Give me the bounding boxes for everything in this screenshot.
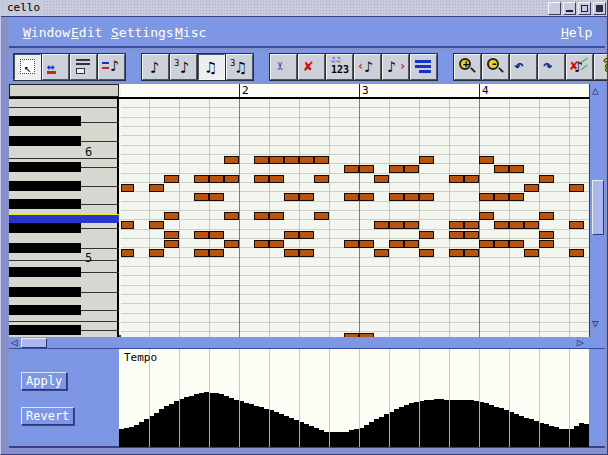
step-record-tool-button[interactable]: ♪ — [98, 54, 125, 80]
note[interactable] — [344, 165, 359, 173]
note[interactable] — [464, 249, 479, 257]
note[interactable] — [149, 249, 164, 257]
mute-note-button[interactable]: ♪✘ — [566, 54, 593, 80]
piano-key[interactable] — [9, 84, 119, 97]
black-key[interactable] — [9, 181, 81, 191]
note[interactable] — [419, 156, 434, 164]
black-key[interactable] — [9, 305, 81, 315]
note[interactable] — [269, 175, 284, 183]
note[interactable] — [224, 156, 239, 164]
note[interactable] — [209, 231, 224, 239]
nudge-note-right-button[interactable]: ♪› — [382, 54, 409, 80]
note[interactable] — [524, 249, 539, 257]
note[interactable] — [314, 156, 329, 164]
note[interactable] — [299, 156, 314, 164]
note[interactable] — [509, 165, 524, 173]
note[interactable] — [224, 212, 239, 220]
note[interactable] — [404, 165, 419, 173]
black-key[interactable] — [9, 136, 81, 146]
scroll-down-icon[interactable]: ▽ — [592, 318, 599, 329]
note[interactable] — [389, 193, 404, 201]
note[interactable] — [494, 240, 509, 248]
note[interactable] — [389, 165, 404, 173]
note[interactable] — [419, 249, 434, 257]
window-close-button[interactable] — [593, 2, 606, 15]
scroll-left-icon[interactable]: ◁ — [11, 337, 18, 348]
note[interactable] — [494, 165, 509, 173]
black-key[interactable] — [9, 267, 81, 277]
window-blank-button[interactable] — [548, 2, 561, 15]
tempo-bar[interactable] — [584, 424, 589, 447]
horizontal-scrollbar[interactable]: ◁ ▷ — [9, 337, 605, 349]
revert-button[interactable]: Revert — [21, 407, 74, 425]
note[interactable] — [269, 240, 284, 248]
note[interactable] — [121, 184, 134, 192]
note[interactable] — [374, 175, 389, 183]
undo-button[interactable]: ↶ — [510, 54, 537, 80]
note[interactable] — [359, 165, 374, 173]
note[interactable] — [404, 221, 419, 229]
note[interactable] — [509, 221, 524, 229]
note[interactable] — [164, 231, 179, 239]
highlighted-key[interactable] — [9, 214, 119, 223]
note[interactable] — [209, 249, 224, 257]
note-grid[interactable] — [121, 99, 589, 337]
tempo-chart[interactable]: Tempo — [119, 349, 589, 447]
note[interactable] — [464, 175, 479, 183]
note[interactable] — [299, 249, 314, 257]
note[interactable] — [449, 221, 464, 229]
note[interactable] — [524, 221, 539, 229]
note[interactable] — [509, 193, 524, 201]
note[interactable] — [299, 231, 314, 239]
note[interactable] — [164, 212, 179, 220]
black-key[interactable] — [9, 243, 81, 253]
note[interactable] — [539, 231, 554, 239]
resize-horizontal-tool-button[interactable]: ↔ — [42, 54, 69, 80]
note[interactable] — [314, 212, 329, 220]
velocity-123-button[interactable]: ♫♫123 — [326, 54, 353, 80]
note-eighth-triplet-button[interactable]: 3♪ — [170, 54, 197, 80]
black-key[interactable] — [9, 287, 81, 297]
note[interactable] — [359, 240, 374, 248]
note[interactable] — [509, 240, 524, 248]
justify-button[interactable] — [410, 54, 437, 80]
menu-misc[interactable]: Misc — [175, 25, 206, 40]
piano-keyboard[interactable]: 65 — [9, 84, 119, 337]
black-key[interactable] — [9, 162, 81, 172]
menu-window[interactable]: Window — [23, 25, 70, 40]
note[interactable] — [284, 231, 299, 239]
black-key[interactable] — [9, 199, 81, 209]
note[interactable] — [479, 193, 494, 201]
note[interactable] — [464, 231, 479, 239]
note[interactable] — [404, 193, 419, 201]
note[interactable] — [299, 193, 314, 201]
menu-help[interactable]: Help — [561, 25, 592, 40]
note[interactable] — [164, 175, 179, 183]
note[interactable] — [539, 240, 554, 248]
note[interactable] — [149, 221, 164, 229]
note[interactable] — [194, 231, 209, 239]
note[interactable] — [209, 175, 224, 183]
horizontal-scrollbar-thumb[interactable] — [21, 338, 47, 348]
note[interactable] — [479, 212, 494, 220]
nudge-note-left-button[interactable]: ‹♪ — [354, 54, 381, 80]
note[interactable] — [224, 240, 239, 248]
note[interactable] — [449, 175, 464, 183]
title-bar[interactable]: cello — [1, 0, 608, 17]
note[interactable] — [464, 221, 479, 229]
note[interactable] — [164, 240, 179, 248]
note[interactable] — [284, 249, 299, 257]
note[interactable] — [374, 249, 389, 257]
note[interactable] — [449, 231, 464, 239]
window-minimize-button[interactable] — [563, 2, 576, 15]
note-sixteenth-button[interactable]: ♫ — [198, 54, 225, 80]
redo-button[interactable]: ↷ — [538, 54, 565, 80]
quantize-tool-button[interactable] — [70, 54, 97, 80]
note[interactable] — [404, 240, 419, 248]
note[interactable] — [254, 156, 269, 164]
note[interactable] — [149, 184, 164, 192]
window-maximize-button[interactable] — [578, 2, 591, 15]
note[interactable] — [419, 193, 434, 201]
note[interactable] — [254, 212, 269, 220]
note[interactable] — [479, 156, 494, 164]
